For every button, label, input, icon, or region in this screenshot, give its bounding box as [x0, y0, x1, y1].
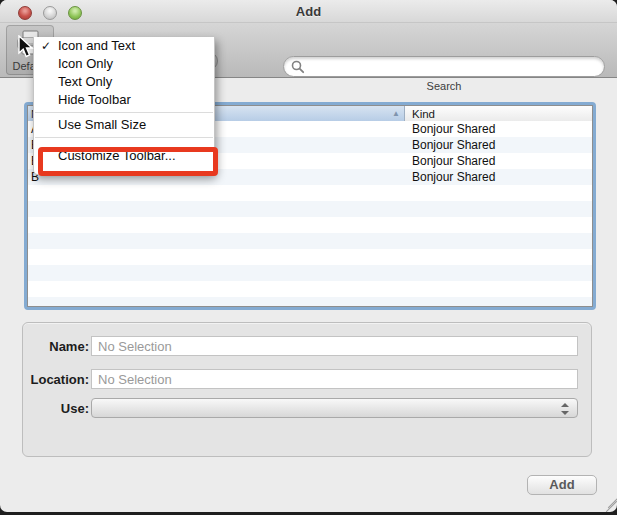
checkmark-icon: ✓: [41, 37, 51, 55]
menu-item-hide-toolbar[interactable]: Hide Toolbar: [34, 91, 214, 109]
name-field-label: Name:: [17, 339, 89, 354]
row-kind: Bonjour Shared: [412, 170, 495, 184]
column-header-kind[interactable]: Kind: [405, 106, 592, 121]
menu-item-icon-only[interactable]: Icon Only: [34, 55, 214, 73]
printer-detail-panel: Name: Location: Use:: [22, 322, 592, 457]
column-header-kind-label: Kind: [412, 108, 435, 120]
menu-item-icon-and-text[interactable]: ✓ Icon and Text: [34, 37, 214, 55]
row-kind: Bonjour Shared: [412, 122, 495, 136]
add-printer-window: Add Default Search: [0, 0, 617, 512]
use-popup-button[interactable]: [91, 398, 578, 418]
search-input[interactable]: [308, 58, 602, 77]
resize-grip[interactable]: [602, 497, 615, 510]
name-field[interactable]: [91, 336, 578, 356]
mouse-cursor: [17, 35, 35, 59]
row-kind: Bonjour Shared: [412, 138, 495, 152]
menu-separator: [35, 112, 213, 113]
window-title: Add: [0, 4, 617, 19]
location-field-label: Location:: [17, 372, 89, 387]
menu-item-use-small-size[interactable]: Use Small Size: [34, 116, 214, 134]
title-bar: Add: [0, 0, 617, 22]
use-field-label: Use:: [17, 401, 89, 416]
toolbar-search-label: Search: [283, 80, 605, 92]
toolbar-search-field: [283, 56, 605, 77]
search-icon: [291, 60, 305, 74]
row-kind: Bonjour Shared: [412, 154, 495, 168]
menu-separator: [35, 137, 213, 138]
annotation-highlight-box: [38, 147, 218, 176]
location-field[interactable]: [91, 369, 578, 389]
popup-stepper-icon: [560, 402, 569, 416]
menu-item-text-only[interactable]: Text Only: [34, 73, 214, 91]
add-button[interactable]: Add: [527, 475, 597, 495]
sort-ascending-icon: ▲: [392, 110, 400, 118]
